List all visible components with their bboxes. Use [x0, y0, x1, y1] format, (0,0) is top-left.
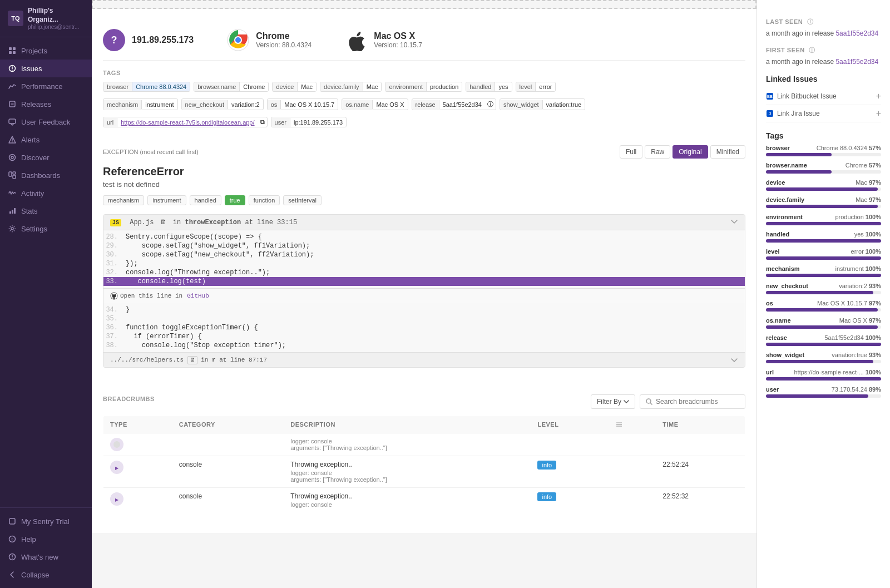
- sidebar-item-activity[interactable]: Activity: [0, 184, 92, 202]
- tag-value[interactable]: Mac OS X: [373, 100, 407, 109]
- crumb-type-icon: [110, 438, 123, 451]
- tag-instrument: instrument: [147, 195, 186, 205]
- settings-icon: [8, 224, 17, 233]
- tag-value[interactable]: instrument: [142, 100, 177, 109]
- tag-value[interactable]: Mac: [298, 82, 316, 91]
- tag-value[interactable]: Mac OS X 10.15.7: [281, 100, 338, 109]
- linked-issues-list: BB Link Bitbucket Issue + J Link Jira Is…: [766, 88, 881, 122]
- tag-key: browser: [103, 82, 132, 91]
- sidebar-item-alerts[interactable]: Alerts: [0, 131, 92, 149]
- tag-bar-os-name: os.nameMac OS X 97%: [766, 317, 881, 329]
- info-icon[interactable]: ⓘ: [485, 99, 496, 110]
- tag-release: release 5aa1f55e2d34 ⓘ: [412, 98, 496, 110]
- open-github-link[interactable]: Open this line in GitHub: [103, 288, 745, 303]
- add-jira-button[interactable]: +: [876, 108, 881, 118]
- tag-bar-level: levelerror 100%: [766, 248, 881, 260]
- sidebar-item-dashboards[interactable]: Dashboards: [0, 166, 92, 184]
- tag-value[interactable]: error: [536, 82, 555, 91]
- last-seen-info-icon[interactable]: ⓘ: [807, 18, 814, 25]
- btn-raw[interactable]: Raw: [645, 145, 670, 159]
- tags-container: browser Chrome 88.0.4324 browser.name Ch…: [103, 82, 745, 127]
- tag-bar-mechanism: mechanisminstrument 100%: [766, 265, 881, 277]
- code-collapse-btn[interactable]: [730, 218, 738, 226]
- sidebar-item-settings[interactable]: Settings: [0, 220, 92, 238]
- sidebar-item-label: Dashboards: [21, 171, 60, 180]
- exception-tags: mechanism instrument handled true functi…: [103, 195, 745, 205]
- help-icon: ?: [8, 535, 17, 543]
- sidebar-item-label: Alerts: [21, 136, 39, 144]
- breadcrumbs-search[interactable]: [640, 394, 745, 409]
- code-line-28: 28. Sentry.configureScope((scope) => {: [103, 233, 745, 241]
- code-header: JS App.js 🗎 in throwException at line 33…: [103, 215, 745, 230]
- svg-rect-1: [13, 47, 16, 50]
- sidebar-item-label: Help: [21, 535, 36, 543]
- tag-show-widget: show_widget variation:true: [500, 98, 585, 110]
- tag-os-name: os.name Mac OS X: [342, 98, 408, 110]
- crumb-type: [103, 433, 172, 456]
- tag-value[interactable]: Chrome 88.0.4324: [132, 82, 190, 91]
- sidebar-item-my-sentry-trial[interactable]: My Sentry Trial: [0, 512, 92, 530]
- tag-bar-handled: handledyes 100%: [766, 231, 881, 243]
- sidebar-item-user-feedback[interactable]: User Feedback: [0, 113, 92, 131]
- sidebar-item-collapse[interactable]: Collapse: [0, 566, 92, 584]
- add-bitbucket-button[interactable]: +: [876, 91, 881, 101]
- col-sort[interactable]: [609, 416, 656, 433]
- copy-icon[interactable]: ⧉: [258, 117, 267, 127]
- tag-value[interactable]: 5aa1f55e2d34: [439, 100, 485, 109]
- last-seen-release-link[interactable]: 5aa1f55e2d34: [835, 29, 878, 37]
- platform-macos-name: Mac OS X: [374, 31, 422, 41]
- crumb-level: info: [531, 488, 608, 513]
- tag-value[interactable]: yes: [495, 82, 511, 91]
- tag-device: device Mac: [272, 82, 317, 92]
- code-second-file[interactable]: ../../src/helpers.ts 🗎 in r at line 87:1…: [103, 352, 745, 367]
- svg-text:BB: BB: [767, 95, 773, 98]
- code-line-38: 38. console.log("Stop exception timer");: [103, 341, 745, 350]
- tag-value[interactable]: Chrome: [240, 82, 268, 91]
- breadcrumbs-search-input[interactable]: [656, 398, 739, 406]
- svg-point-12: [12, 141, 13, 142]
- tag-value[interactable]: variation:2: [228, 100, 263, 109]
- tag-value[interactable]: Mac: [363, 82, 382, 91]
- crumb-level: [531, 433, 608, 456]
- sidebar-item-help[interactable]: ? Help: [0, 530, 92, 548]
- platform-item-chrome: Chrome Version: 88.0.4324: [227, 29, 312, 51]
- tag-key: os.name: [342, 100, 373, 109]
- sidebar-item-projects[interactable]: Projects: [0, 42, 92, 60]
- exception-title: EXCEPTION (most recent call first): [103, 149, 199, 155]
- main-content: ? 191.89.255.173: [92, 0, 890, 588]
- first-seen-info-icon[interactable]: ⓘ: [809, 47, 815, 53]
- svg-rect-19: [12, 210, 13, 214]
- tag-value[interactable]: ip:191.89.255.173: [290, 118, 346, 127]
- btn-minified[interactable]: Minified: [710, 145, 745, 159]
- tag-device-family: device.family Mac: [320, 82, 382, 92]
- sidebar-item-issues[interactable]: Issues: [0, 60, 92, 77]
- tag-mechanism: mechanism instrument: [103, 98, 178, 110]
- sidebar-item-whats-new[interactable]: What's new: [0, 548, 92, 566]
- btn-full[interactable]: Full: [620, 145, 642, 159]
- code-func: in throwException at line 33:15: [173, 219, 297, 226]
- code-icon: 🗎: [160, 219, 167, 226]
- code-line-37: 37. if (errorTimer) {: [103, 332, 745, 341]
- sidebar-item-stats[interactable]: Stats: [0, 202, 92, 220]
- tag-bar-os: osMac OS X 10.15.7 97%: [766, 300, 881, 312]
- code-line-29: 29. scope.setTag("show_widget", ff1Varia…: [103, 241, 745, 250]
- breadcrumbs-header: BREADCRUMBS Filter By: [103, 394, 745, 409]
- sidebar-item-label: Issues: [21, 65, 42, 73]
- first-seen-release-link[interactable]: 5aa1f55e2d34: [835, 58, 878, 66]
- org-header[interactable]: TQ Phillip's Organiz... phillip.jones@se…: [0, 0, 92, 37]
- sidebar-item-discover[interactable]: Discover: [0, 149, 92, 166]
- sidebar-item-releases[interactable]: Releases: [0, 95, 92, 113]
- sidebar-item-label: User Feedback: [21, 118, 70, 126]
- crumb-description: Throwing exception.. logger: console: [284, 488, 531, 513]
- svg-rect-0: [9, 47, 12, 50]
- tag-bar-browser-name: browser.nameChrome 57%: [766, 162, 881, 174]
- crumb-description: logger: console arguments: ["Throwing ex…: [284, 433, 531, 456]
- btn-original[interactable]: Original: [673, 145, 708, 159]
- sidebar-item-label: Projects: [21, 47, 47, 55]
- tag-value-url[interactable]: https://do-sample-react-7v5is.ondigitalo…: [117, 118, 258, 127]
- sidebar-item-performance[interactable]: Performance: [0, 77, 92, 95]
- filter-by-button[interactable]: Filter By: [591, 394, 635, 409]
- content-area: ? 191.89.255.173: [92, 0, 890, 588]
- tag-value[interactable]: variation:true: [543, 100, 585, 109]
- tag-value[interactable]: production: [427, 82, 462, 91]
